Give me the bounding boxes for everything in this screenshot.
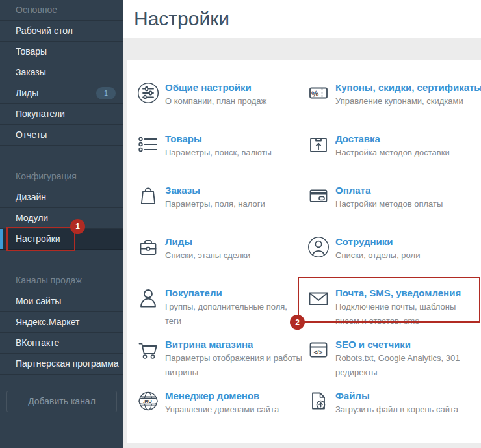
sidebar-item-design[interactable]: Дизайн [0, 187, 124, 208]
settings-item-subtitle: Параметры отображения и работы витрины [165, 351, 306, 380]
sidebar-item-label: Модули [16, 213, 48, 223]
settings-item-seo[interactable]: </> SEO и счетчики Robots.txt, Google An… [306, 338, 481, 389]
settings-item-subtitle: Параметры, поля, налоги [165, 197, 265, 211]
toolbar-strip [124, 38, 481, 60]
sidebar-item-customers[interactable]: Покупатели [0, 104, 124, 125]
settings-item-subtitle: Загрузить файл в корень сайта [335, 402, 458, 417]
settings-item-subtitle: Подключение почты, шаблоны писем и ответ… [335, 300, 480, 328]
settings-item-leads[interactable]: Лиды Списки, этапы сделки [135, 235, 306, 287]
sidebar-item-products[interactable]: Товары [0, 42, 124, 62]
settings-item-title[interactable]: Лиды [165, 235, 250, 248]
svg-text:.RU: .RU [143, 399, 152, 404]
sidebar-item-label: Лиды [16, 88, 38, 98]
sidebar-item-label: Заказы [16, 67, 46, 77]
sidebar-item-label: Рабочий стол [16, 25, 73, 36]
settings-item-title[interactable]: Сотрудники [335, 235, 420, 248]
settings-item-subtitle: Списки, отделы, роли [335, 248, 420, 263]
settings-item-subtitle: Списки, этапы сделки [165, 248, 250, 263]
settings-item-customers[interactable]: Покупатели Группы, дополнительные поля, … [135, 287, 306, 338]
sidebar-item-modules[interactable]: Модули [0, 208, 124, 229]
sidebar-item-label: Настройки [16, 233, 60, 244]
globe-ru-icon: .RU [135, 388, 161, 414]
credit-card-icon [306, 183, 332, 209]
sidebar-item-partner-program[interactable]: Партнерская программа [0, 354, 124, 375]
settings-item-subtitle: Настройка методов доставки [335, 146, 450, 160]
sidebar-section-sales-channels: Каналы продаж [0, 270, 124, 291]
shopping-bag-icon [135, 183, 161, 209]
settings-card: Общие настройки О компании, план продаж … [127, 60, 481, 443]
settings-item-subtitle: Настройки методов оплаты [335, 197, 443, 211]
briefcase-icon [135, 234, 161, 260]
sidebar-item-my-sites[interactable]: Мои сайты [0, 291, 124, 312]
settings-item-general[interactable]: Общие настройки О компании, план продаж [135, 81, 306, 133]
cart-icon [135, 337, 161, 363]
add-channel-button[interactable]: Добавить канал [6, 391, 117, 412]
settings-item-domains[interactable]: .RU Менеджер доменов Управление доменами… [135, 389, 306, 441]
svg-text:</>: </> [314, 349, 323, 356]
settings-item-title[interactable]: Заказы [165, 184, 265, 197]
sidebar-item-label: Яндекс.Маркет [16, 317, 79, 327]
user-circle-icon [306, 234, 332, 260]
sidebar-item-label: Мои сайты [16, 296, 61, 306]
settings-item-mail-sms[interactable]: 2 Почта, SMS, уведомления Подключение по… [306, 287, 481, 338]
settings-item-payment[interactable]: Оплата Настройки методов оплаты [306, 184, 481, 235]
sidebar-item-label: Партнерская программа [16, 358, 119, 369]
sliders-circle-icon [135, 80, 161, 106]
settings-item-storefront[interactable]: Витрина магазина Параметры отображения и… [135, 338, 306, 389]
settings-item-title[interactable]: Покупатели [165, 287, 306, 300]
sidebar-item-leads[interactable]: Лиды 1 [0, 83, 124, 104]
sidebar-item-settings[interactable]: Настройки 1 [0, 229, 124, 250]
file-upload-icon [306, 388, 332, 414]
sidebar-item-orders[interactable]: Заказы [0, 62, 124, 83]
coupon-percent-icon: % [306, 80, 332, 106]
envelope-icon [306, 285, 332, 311]
settings-item-title[interactable]: Доставка [335, 133, 450, 146]
settings-item-products[interactable]: Товары Параметры, поиск, валюты [135, 133, 306, 184]
settings-item-title[interactable]: Менеджер доменов [165, 389, 279, 402]
code-window-icon: </> [306, 337, 332, 363]
settings-item-subtitle: Управление купонами, скидками [335, 94, 480, 109]
settings-item-orders[interactable]: Заказы Параметры, поля, налоги [135, 184, 306, 235]
settings-item-coupons[interactable]: % Купоны, скидки, сертификаты Управление… [306, 81, 481, 133]
settings-item-subtitle: Robots.txt, Google Analytics, 301 редире… [335, 351, 480, 380]
settings-item-subtitle: Группы, дополнительные поля, теги [165, 300, 306, 328]
settings-item-title[interactable]: Оплата [335, 184, 443, 197]
sidebar-item-dashboard[interactable]: Рабочий стол [0, 21, 124, 42]
sidebar-section-label: Каналы продаж [16, 275, 82, 285]
sidebar-item-label: Отчеты [16, 129, 47, 140]
sidebar-item-label: Дизайн [16, 192, 46, 202]
settings-item-title[interactable]: SEO и счетчики [335, 338, 480, 351]
sidebar-item-yandex-market[interactable]: Яндекс.Маркет [0, 312, 124, 333]
settings-item-title[interactable]: Почта, SMS, уведомления [335, 287, 480, 300]
settings-item-subtitle: Параметры, поиск, валюты [165, 146, 272, 160]
settings-item-title[interactable]: Витрина магазина [165, 338, 306, 351]
sidebar-section-label: Основное [16, 5, 57, 15]
settings-item-staff[interactable]: Сотрудники Списки, отделы, роли [306, 235, 481, 287]
sidebar: Основное Рабочий стол Товары Заказы Лиды… [0, 0, 124, 448]
sidebar-spacer [0, 250, 124, 270]
settings-item-title[interactable]: Файлы [335, 389, 458, 402]
sidebar-section-label: Конфигурация [16, 171, 77, 181]
leads-count-badge: 1 [96, 87, 116, 99]
settings-item-subtitle: О компании, план продаж [165, 94, 266, 109]
main-header: Настройки [124, 0, 481, 38]
settings-item-subtitle: Управление доменами сайта [165, 402, 279, 417]
page-title: Настройки [124, 0, 481, 30]
list-icon [135, 131, 161, 157]
svg-text:%: % [311, 88, 320, 99]
annotation-step-2-badge: 2 [290, 315, 305, 330]
settings-item-title[interactable]: Купоны, скидки, сертификаты [335, 81, 481, 94]
sidebar-item-vkontakte[interactable]: ВКонтакте [0, 333, 124, 354]
annotation-step-1-badge: 1 [70, 219, 85, 234]
content-area: Общие настройки О компании, план продаж … [124, 60, 481, 448]
settings-item-files[interactable]: Файлы Загрузить файл в корень сайта [306, 389, 481, 441]
settings-item-title[interactable]: Товары [165, 133, 272, 146]
sidebar-item-label: Товары [16, 46, 47, 57]
user-icon [135, 285, 161, 311]
sidebar-item-reports[interactable]: Отчеты [0, 125, 124, 146]
settings-item-delivery[interactable]: Доставка Настройка методов доставки [306, 133, 481, 184]
package-icon [306, 131, 332, 157]
sidebar-spacer [0, 146, 124, 166]
settings-item-title[interactable]: Общие настройки [165, 81, 266, 94]
sidebar-item-label: ВКонтакте [16, 337, 59, 348]
